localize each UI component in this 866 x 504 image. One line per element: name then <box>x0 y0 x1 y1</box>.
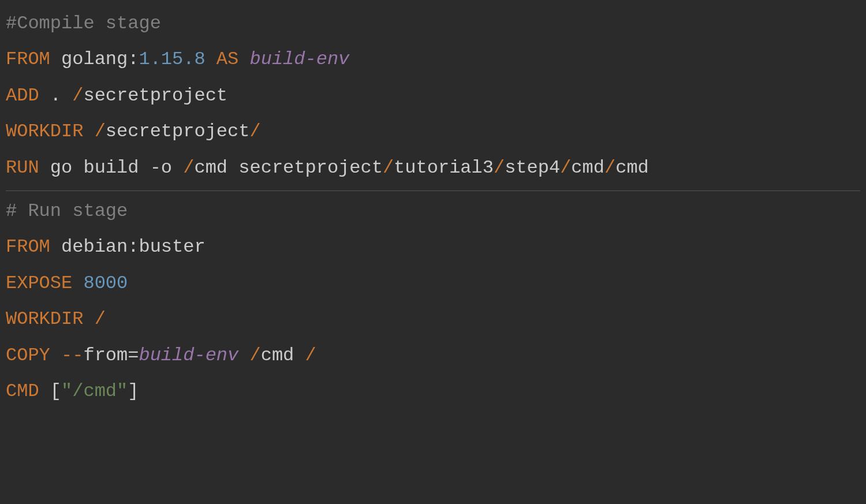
cmd-string: "/cmd" <box>61 380 128 402</box>
add-path: secretproject <box>83 85 227 106</box>
dockerfile-code: #Compile stage FROM golang:1.15.8 AS bui… <box>6 6 860 186</box>
comment-compile-stage: #Compile stage <box>6 13 161 34</box>
workdir-path: secretproject <box>106 121 250 142</box>
slash: / <box>383 157 394 178</box>
space <box>50 345 61 366</box>
run-path: tutorial3 <box>394 157 494 178</box>
space <box>39 380 50 402</box>
run-args: go build -o <box>39 157 184 178</box>
image-name: golang <box>50 48 128 70</box>
colon: : <box>128 236 139 257</box>
bracket-open: [ <box>50 380 61 402</box>
slash: / <box>95 308 106 330</box>
dockerfile-code: # Run stage FROM debian:buster EXPOSE 80… <box>6 193 860 409</box>
space <box>238 345 249 366</box>
image-tag: buster <box>139 236 205 257</box>
run-path: cmd secretproject <box>194 157 382 178</box>
bracket-close: ] <box>128 380 139 402</box>
copy-from: from= <box>83 345 139 366</box>
slash: / <box>72 85 83 106</box>
slash: / <box>95 121 106 142</box>
cmd-keyword: CMD <box>6 380 39 402</box>
stage-separator <box>6 191 860 191</box>
space <box>83 308 94 330</box>
copy-path: cmd <box>261 345 305 366</box>
image-name: debian <box>50 236 128 257</box>
expose-keyword: EXPOSE <box>6 272 72 294</box>
image-version: 1.15.8 <box>139 48 205 70</box>
add-keyword: ADD <box>6 85 39 106</box>
build-alias: build-env <box>249 48 349 70</box>
slash: / <box>494 157 505 178</box>
copy-keyword: COPY <box>6 345 50 366</box>
slash: / <box>249 121 260 142</box>
run-path: cmd <box>571 157 604 178</box>
dash: -- <box>61 345 83 366</box>
slash: / <box>560 157 571 178</box>
run-keyword: RUN <box>6 157 39 178</box>
space <box>72 272 83 294</box>
space <box>83 121 94 142</box>
slash: / <box>183 157 194 178</box>
run-path: cmd <box>615 157 649 178</box>
copy-alias: build-env <box>139 345 238 366</box>
workdir-keyword: WORKDIR <box>6 121 83 142</box>
colon: : <box>128 48 139 70</box>
slash: / <box>604 157 615 178</box>
expose-port: 8000 <box>83 272 128 294</box>
from-keyword: FROM <box>6 236 50 257</box>
slash: / <box>305 345 316 366</box>
add-args: . <box>39 85 73 106</box>
slash: / <box>249 345 260 366</box>
as-keyword: AS <box>206 48 250 70</box>
run-path: step4 <box>505 157 560 178</box>
workdir-keyword: WORKDIR <box>6 308 83 330</box>
from-keyword: FROM <box>6 48 50 70</box>
comment-run-stage: # Run stage <box>6 200 128 222</box>
